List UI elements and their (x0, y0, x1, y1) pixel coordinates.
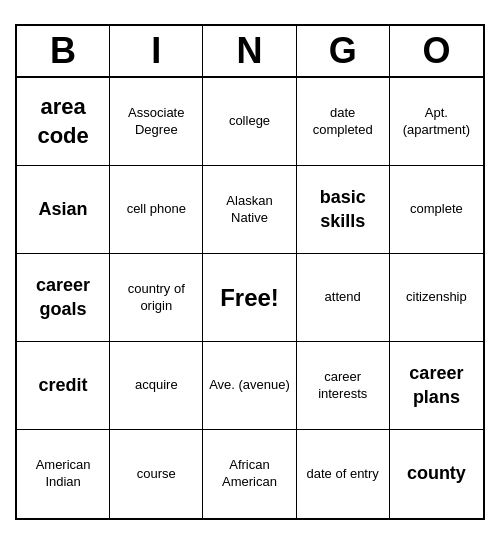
bingo-cell-15: credit (17, 342, 110, 430)
bingo-cell-2: college (203, 78, 296, 166)
cell-text-18: career interests (301, 369, 385, 403)
bingo-cell-17: Ave. (avenue) (203, 342, 296, 430)
bingo-grid: area codeAssociate Degreecollegedate com… (17, 78, 483, 518)
cell-text-3: date completed (301, 105, 385, 139)
bingo-cell-20: American Indian (17, 430, 110, 518)
cell-text-20: American Indian (21, 457, 105, 491)
cell-text-24: county (407, 462, 466, 485)
bingo-cell-13: attend (297, 254, 390, 342)
bingo-cell-8: basic skills (297, 166, 390, 254)
cell-text-7: Alaskan Native (207, 193, 291, 227)
bingo-cell-5: Asian (17, 166, 110, 254)
bingo-cell-12: Free! (203, 254, 296, 342)
cell-text-17: Ave. (avenue) (209, 377, 290, 394)
cell-text-12: Free! (220, 282, 279, 313)
bingo-cell-7: Alaskan Native (203, 166, 296, 254)
bingo-card: BINGO area codeAssociate Degreecollegeda… (15, 24, 485, 520)
bingo-cell-24: county (390, 430, 483, 518)
cell-text-4: Apt. (apartment) (394, 105, 479, 139)
bingo-cell-18: career interests (297, 342, 390, 430)
bingo-cell-16: acquire (110, 342, 203, 430)
bingo-header: BINGO (17, 26, 483, 78)
bingo-cell-1: Associate Degree (110, 78, 203, 166)
bingo-cell-23: date of entry (297, 430, 390, 518)
header-letter-b: B (17, 26, 110, 76)
header-letter-i: I (110, 26, 203, 76)
cell-text-9: complete (410, 201, 463, 218)
bingo-cell-11: country of origin (110, 254, 203, 342)
cell-text-21: course (137, 466, 176, 483)
cell-text-5: Asian (39, 198, 88, 221)
header-letter-g: G (297, 26, 390, 76)
cell-text-8: basic skills (301, 186, 385, 233)
cell-text-6: cell phone (127, 201, 186, 218)
bingo-cell-22: African American (203, 430, 296, 518)
bingo-cell-19: career plans (390, 342, 483, 430)
cell-text-22: African American (207, 457, 291, 491)
cell-text-1: Associate Degree (114, 105, 198, 139)
bingo-cell-14: citizenship (390, 254, 483, 342)
bingo-cell-0: area code (17, 78, 110, 166)
bingo-cell-10: career goals (17, 254, 110, 342)
cell-text-16: acquire (135, 377, 178, 394)
cell-text-13: attend (325, 289, 361, 306)
cell-text-19: career plans (394, 362, 479, 409)
cell-text-10: career goals (21, 274, 105, 321)
bingo-cell-9: complete (390, 166, 483, 254)
cell-text-14: citizenship (406, 289, 467, 306)
cell-text-15: credit (39, 374, 88, 397)
bingo-cell-4: Apt. (apartment) (390, 78, 483, 166)
header-letter-o: O (390, 26, 483, 76)
cell-text-11: country of origin (114, 281, 198, 315)
bingo-cell-6: cell phone (110, 166, 203, 254)
bingo-cell-21: course (110, 430, 203, 518)
header-letter-n: N (203, 26, 296, 76)
cell-text-0: area code (21, 93, 105, 150)
cell-text-23: date of entry (307, 466, 379, 483)
bingo-cell-3: date completed (297, 78, 390, 166)
cell-text-2: college (229, 113, 270, 130)
